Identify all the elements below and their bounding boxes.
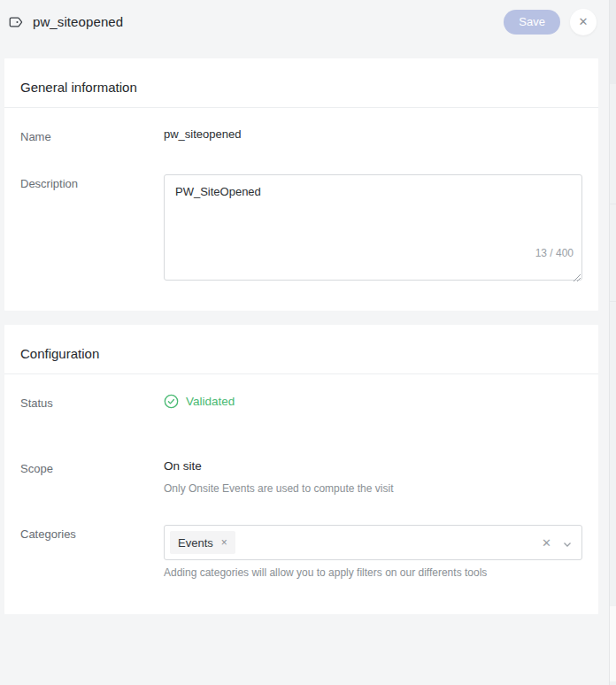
- scope-help-text: Only Onsite Events are used to compute t…: [164, 482, 582, 495]
- description-field-wrap: PW_SiteOpened 13 / 400: [164, 174, 582, 281]
- configuration-card: Configuration Status Validated Scope: [4, 325, 598, 614]
- status-row: Status Validated: [20, 394, 582, 410]
- name-value: pw_siteopened: [164, 127, 582, 141]
- select-clear-icon[interactable]: ✕: [542, 537, 551, 549]
- categories-row: Categories Events × ✕: [20, 525, 582, 579]
- tag-icon: [7, 13, 25, 31]
- configuration-card-body: Status Validated Scope On site Only Onsi…: [4, 374, 598, 614]
- scope-value-block: On site Only Onsite Events are used to c…: [164, 459, 582, 495]
- status-label: Status: [20, 394, 164, 410]
- section-title-configuration: Configuration: [4, 325, 598, 374]
- description-textarea[interactable]: PW_SiteOpened: [164, 174, 582, 281]
- page-title: pw_siteopened: [33, 14, 123, 29]
- description-row: Description PW_SiteOpened 13 / 400: [20, 174, 582, 281]
- general-information-card: General information Name pw_siteopened D…: [4, 58, 598, 311]
- categories-select[interactable]: Events × ✕: [164, 525, 582, 560]
- category-chip-label: Events: [178, 536, 213, 550]
- category-chip-events: Events ×: [170, 531, 235, 554]
- categories-help-text: Adding categories will allow you to appl…: [164, 566, 582, 579]
- close-icon: ✕: [579, 16, 589, 27]
- save-button[interactable]: Save: [504, 10, 560, 35]
- page-edge-block: [610, 606, 616, 681]
- page-edge-strip: [609, 0, 616, 685]
- drawer-header: pw_siteopened Save ✕: [0, 0, 609, 43]
- select-right-icons: ✕: [542, 537, 573, 549]
- general-card-body: Name pw_siteopened Description PW_SiteOp…: [4, 108, 598, 311]
- chevron-down-icon[interactable]: [562, 537, 573, 548]
- section-title-general: General information: [4, 58, 598, 108]
- status-value-line: Validated: [164, 394, 582, 409]
- scope-label: Scope: [20, 459, 164, 475]
- scope-row: Scope On site Only Onsite Events are use…: [20, 459, 582, 495]
- chip-remove-icon[interactable]: ×: [221, 537, 227, 548]
- status-value: Validated: [186, 395, 235, 408]
- description-label: Description: [20, 174, 164, 190]
- name-row: Name pw_siteopened: [20, 127, 582, 143]
- close-button[interactable]: ✕: [570, 9, 597, 35]
- scope-value: On site: [164, 459, 582, 473]
- event-edit-drawer: pw_siteopened Save ✕ General information…: [0, 0, 609, 685]
- page-edge-line: [610, 204, 616, 204]
- categories-field-block: Events × ✕ Adding categories: [164, 525, 582, 579]
- page-edge-line: [610, 301, 616, 302]
- page-edge-block: [610, 0, 616, 84]
- name-label: Name: [20, 127, 164, 143]
- categories-label: Categories: [20, 525, 164, 541]
- check-circle-icon: [164, 394, 179, 409]
